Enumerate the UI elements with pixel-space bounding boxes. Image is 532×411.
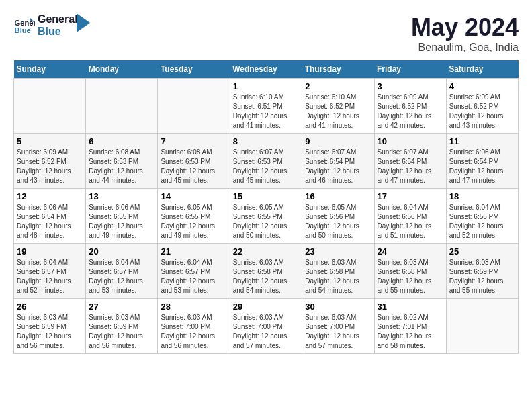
logo-icon: General Blue [13,15,35,36]
calendar-cell: 13Sunrise: 6:06 AMSunset: 6:55 PMDayligh… [86,189,158,244]
calendar-cell: 14Sunrise: 6:05 AMSunset: 6:55 PMDayligh… [158,189,230,244]
calendar-cell: 12Sunrise: 6:06 AMSunset: 6:54 PMDayligh… [14,189,86,244]
day-info: Sunrise: 6:10 AMSunset: 6:52 PMDaylight:… [305,93,371,130]
calendar-cell [446,299,518,354]
day-info: Sunrise: 6:09 AMSunset: 6:52 PMDaylight:… [378,93,443,130]
day-number: 16 [305,191,371,201]
calendar-cell: 30Sunrise: 6:03 AMSunset: 7:00 PMDayligh… [302,299,374,354]
day-number: 28 [161,302,226,312]
calendar-table: SundayMondayTuesdayWednesdayThursdayFrid… [13,60,519,354]
calendar-cell: 11Sunrise: 6:06 AMSunset: 6:54 PMDayligh… [446,134,518,189]
calendar-cell: 29Sunrise: 6:03 AMSunset: 7:00 PMDayligh… [230,299,302,354]
calendar-cell: 20Sunrise: 6:04 AMSunset: 6:57 PMDayligh… [86,244,158,299]
svg-marker-3 [77,13,90,32]
page-header: General Blue General Blue May 2024 Benau… [13,13,519,54]
day-number: 14 [161,191,226,201]
calendar-cell: 19Sunrise: 6:04 AMSunset: 6:57 PMDayligh… [14,244,86,299]
day-info: Sunrise: 6:03 AMSunset: 6:59 PMDaylight:… [17,313,83,351]
day-number: 12 [17,191,83,201]
day-info: Sunrise: 6:08 AMSunset: 6:53 PMDaylight:… [161,148,226,185]
calendar-cell: 21Sunrise: 6:04 AMSunset: 6:57 PMDayligh… [158,244,230,299]
day-info: Sunrise: 6:02 AMSunset: 7:01 PMDaylight:… [378,313,443,351]
day-number: 5 [17,136,83,146]
day-number: 8 [233,136,300,146]
calendar-cell: 16Sunrise: 6:05 AMSunset: 6:56 PMDayligh… [302,189,374,244]
calendar-cell: 3Sunrise: 6:09 AMSunset: 6:52 PMDaylight… [374,79,446,134]
week-row-1: 1Sunrise: 6:10 AMSunset: 6:51 PMDaylight… [14,79,519,134]
calendar-cell: 9Sunrise: 6:07 AMSunset: 6:54 PMDaylight… [302,134,374,189]
calendar-cell: 26Sunrise: 6:03 AMSunset: 6:59 PMDayligh… [14,299,86,354]
day-number: 27 [89,302,154,312]
header-cell-saturday: Saturday [446,60,518,79]
day-info: Sunrise: 6:05 AMSunset: 6:56 PMDaylight:… [305,203,371,240]
day-number: 9 [305,136,371,146]
day-number: 21 [161,246,226,257]
week-row-5: 26Sunrise: 6:03 AMSunset: 6:59 PMDayligh… [14,299,519,354]
day-number: 22 [233,246,300,257]
day-info: Sunrise: 6:06 AMSunset: 6:54 PMDaylight:… [17,203,83,240]
day-number: 4 [449,81,515,91]
calendar-cell: 8Sunrise: 6:07 AMSunset: 6:53 PMDaylight… [230,134,302,189]
day-number: 7 [161,136,226,146]
calendar-cell: 6Sunrise: 6:08 AMSunset: 6:53 PMDaylight… [86,134,158,189]
day-info: Sunrise: 6:04 AMSunset: 6:56 PMDaylight:… [378,203,443,240]
header-cell-friday: Friday [374,60,446,79]
day-number: 2 [305,81,371,91]
calendar-cell: 28Sunrise: 6:03 AMSunset: 7:00 PMDayligh… [158,299,230,354]
month-year-title: May 2024 [411,13,519,42]
day-number: 10 [378,136,443,146]
day-info: Sunrise: 6:06 AMSunset: 6:54 PMDaylight:… [449,148,515,185]
calendar-cell: 1Sunrise: 6:10 AMSunset: 6:51 PMDaylight… [230,79,302,134]
day-info: Sunrise: 6:03 AMSunset: 7:00 PMDaylight:… [233,313,300,351]
day-number: 19 [17,246,83,257]
day-info: Sunrise: 6:03 AMSunset: 6:59 PMDaylight:… [449,258,515,295]
day-info: Sunrise: 6:03 AMSunset: 6:58 PMDaylight:… [305,258,371,295]
header-cell-sunday: Sunday [14,60,86,79]
day-info: Sunrise: 6:05 AMSunset: 6:55 PMDaylight:… [233,203,300,240]
location-subtitle: Benaulim, Goa, India [411,42,519,54]
day-number: 30 [305,302,371,312]
calendar-cell: 7Sunrise: 6:08 AMSunset: 6:53 PMDaylight… [158,134,230,189]
day-info: Sunrise: 6:05 AMSunset: 6:55 PMDaylight:… [161,203,226,240]
day-info: Sunrise: 6:04 AMSunset: 6:56 PMDaylight:… [449,203,515,240]
calendar-cell: 31Sunrise: 6:02 AMSunset: 7:01 PMDayligh… [374,299,446,354]
day-info: Sunrise: 6:04 AMSunset: 6:57 PMDaylight:… [161,258,226,295]
day-info: Sunrise: 6:04 AMSunset: 6:57 PMDaylight:… [17,258,83,295]
week-row-4: 19Sunrise: 6:04 AMSunset: 6:57 PMDayligh… [14,244,519,299]
day-info: Sunrise: 6:03 AMSunset: 7:00 PMDaylight:… [305,313,371,351]
calendar-cell: 25Sunrise: 6:03 AMSunset: 6:59 PMDayligh… [446,244,518,299]
calendar-cell: 27Sunrise: 6:03 AMSunset: 6:59 PMDayligh… [86,299,158,354]
calendar-cell [158,79,230,134]
header-cell-thursday: Thursday [302,60,374,79]
calendar-cell: 2Sunrise: 6:10 AMSunset: 6:52 PMDaylight… [302,79,374,134]
day-number: 1 [233,81,300,91]
day-info: Sunrise: 6:07 AMSunset: 6:54 PMDaylight:… [305,148,371,185]
day-number: 18 [449,191,515,201]
day-number: 6 [89,136,154,146]
day-number: 26 [17,302,83,312]
calendar-cell: 10Sunrise: 6:07 AMSunset: 6:54 PMDayligh… [374,134,446,189]
day-number: 25 [449,246,515,257]
day-info: Sunrise: 6:08 AMSunset: 6:53 PMDaylight:… [89,148,154,185]
header-cell-tuesday: Tuesday [158,60,230,79]
day-number: 3 [378,81,443,91]
calendar-cell: 5Sunrise: 6:09 AMSunset: 6:52 PMDaylight… [14,134,86,189]
day-number: 29 [233,302,300,312]
header-cell-wednesday: Wednesday [230,60,302,79]
title-block: May 2024 Benaulim, Goa, India [411,13,519,54]
day-info: Sunrise: 6:03 AMSunset: 6:58 PMDaylight:… [233,258,300,295]
day-info: Sunrise: 6:09 AMSunset: 6:52 PMDaylight:… [449,93,515,130]
week-row-3: 12Sunrise: 6:06 AMSunset: 6:54 PMDayligh… [14,189,519,244]
day-info: Sunrise: 6:07 AMSunset: 6:54 PMDaylight:… [378,148,443,185]
calendar-cell: 24Sunrise: 6:03 AMSunset: 6:58 PMDayligh… [374,244,446,299]
day-info: Sunrise: 6:09 AMSunset: 6:52 PMDaylight:… [17,148,83,185]
logo: General Blue General Blue [13,13,90,37]
calendar-cell [14,79,86,134]
day-number: 15 [233,191,300,201]
header-cell-monday: Monday [86,60,158,79]
day-number: 20 [89,246,154,257]
day-number: 17 [378,191,443,201]
calendar-cell: 22Sunrise: 6:03 AMSunset: 6:58 PMDayligh… [230,244,302,299]
day-info: Sunrise: 6:10 AMSunset: 6:51 PMDaylight:… [233,93,300,130]
day-number: 13 [89,191,154,201]
